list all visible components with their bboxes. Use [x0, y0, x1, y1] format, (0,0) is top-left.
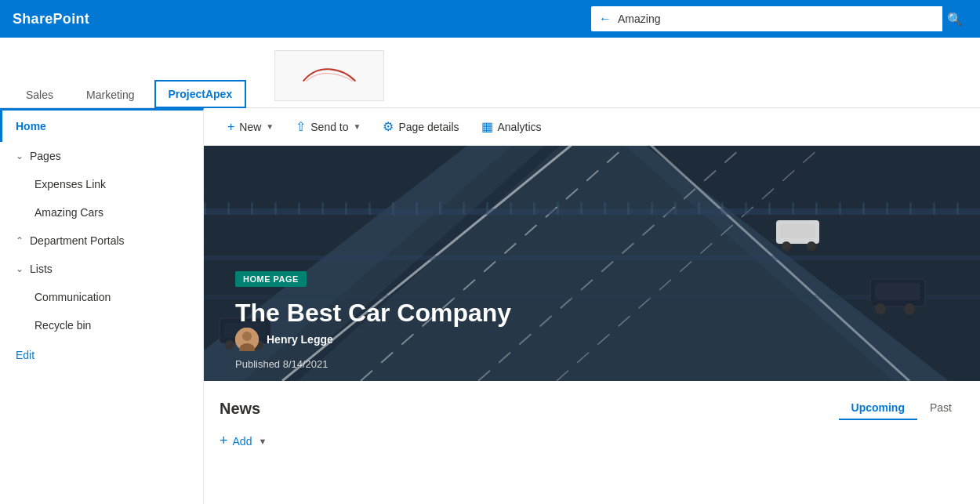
svg-rect-46	[651, 202, 653, 215]
svg-rect-30	[274, 202, 277, 215]
command-bar: + New ▼ ⇧ Send to ▼ ⚙ Page details ▦ Ana…	[204, 108, 980, 146]
sidebar-item-communication[interactable]: Communication	[0, 283, 203, 311]
svg-rect-44	[604, 202, 606, 215]
svg-rect-37	[439, 202, 441, 215]
top-bar: SharePoint ← 🔍	[0, 0, 980, 38]
svg-rect-34	[368, 202, 371, 215]
svg-rect-16	[780, 224, 815, 238]
svg-rect-55	[862, 202, 865, 215]
svg-rect-45	[627, 202, 630, 215]
sidebar: Home ⌄ Pages Expenses Link Amazing Cars …	[0, 108, 204, 504]
sendto-chevron-icon: ▼	[354, 122, 361, 131]
content-area: + New ▼ ⇧ Send to ▼ ⚙ Page details ▦ Ana…	[204, 108, 980, 504]
send-to-label: Send to	[310, 121, 348, 133]
svg-rect-20	[875, 283, 920, 300]
svg-rect-33	[345, 202, 347, 215]
svg-rect-49	[721, 202, 724, 215]
search-container: ← 🔍	[591, 6, 967, 31]
gear-icon: ⚙	[383, 119, 394, 134]
sidebar-item-amazing-cars[interactable]: Amazing Cars	[0, 198, 203, 227]
sidebar-item-home[interactable]: Home	[0, 111, 203, 142]
chart-icon: ▦	[481, 119, 493, 134]
sidebar-section-pages-label: Pages	[30, 150, 61, 162]
sidebar-section-department-portals[interactable]: ⌃ Department Portals	[0, 227, 203, 255]
back-icon[interactable]: ←	[599, 12, 612, 26]
plus-icon: +	[227, 120, 234, 134]
svg-rect-40	[510, 202, 512, 215]
svg-rect-47	[674, 202, 677, 215]
sidebar-section-lists-label: Lists	[30, 263, 53, 275]
svg-rect-35	[392, 202, 394, 215]
svg-point-61	[242, 332, 252, 341]
svg-rect-31	[298, 202, 300, 215]
sidebar-edit-link[interactable]: Edit	[0, 339, 203, 371]
search-button[interactable]: 🔍	[942, 6, 967, 31]
tab-sales[interactable]: Sales	[13, 82, 67, 108]
sidebar-item-recycle-bin[interactable]: Recycle bin	[0, 311, 203, 339]
svg-rect-32	[321, 202, 324, 215]
svg-point-17	[782, 241, 791, 251]
sharepoint-logo: SharePoint	[13, 11, 89, 27]
tab-marketing[interactable]: Marketing	[73, 82, 147, 108]
svg-point-21	[875, 303, 886, 314]
svg-point-25	[225, 340, 234, 350]
analytics-button[interactable]: ▦ Analytics	[474, 114, 550, 139]
news-add-label: Add	[233, 435, 252, 448]
add-chevron-icon: ▼	[258, 437, 267, 446]
sidebar-item-expenses-link[interactable]: Expenses Link	[0, 170, 203, 198]
chevron-right-icon: ⌃	[16, 235, 24, 246]
svg-rect-48	[698, 202, 700, 215]
hero-published-date: Published 8/14/2021	[235, 358, 328, 370]
news-section: News Upcoming Past + Add ▼	[204, 381, 980, 460]
author-name: Henry Legge	[267, 333, 333, 346]
news-header: News Upcoming Past	[220, 397, 964, 420]
svg-rect-57	[909, 202, 912, 215]
news-add-button[interactable]: + Add ▼	[220, 430, 964, 452]
page-details-button[interactable]: ⚙ Page details	[375, 114, 466, 139]
svg-rect-13	[204, 256, 980, 260]
svg-rect-52	[792, 202, 794, 215]
main-layout: Home ⌄ Pages Expenses Link Amazing Cars …	[0, 108, 980, 504]
news-section-title: News	[220, 400, 260, 418]
svg-point-18	[807, 241, 816, 251]
svg-rect-43	[580, 202, 583, 215]
news-tab-upcoming[interactable]: Upcoming	[839, 397, 917, 420]
author-avatar	[235, 328, 259, 351]
hero-badge: HOME PAGE	[235, 271, 307, 287]
page-details-label: Page details	[398, 121, 459, 133]
sidebar-section-pages[interactable]: ⌄ Pages	[0, 142, 203, 170]
new-chevron-icon: ▼	[266, 122, 274, 131]
new-label: New	[239, 121, 261, 133]
new-button[interactable]: + New ▼	[220, 115, 281, 139]
svg-rect-58	[933, 202, 935, 215]
svg-rect-28	[227, 202, 230, 215]
hero-title: The Best Car Company	[235, 299, 511, 328]
news-tab-past[interactable]: Past	[917, 397, 964, 420]
search-input[interactable]	[618, 13, 942, 25]
svg-rect-54	[839, 202, 841, 215]
svg-point-22	[904, 303, 915, 314]
car-logo-svg	[298, 60, 361, 92]
svg-rect-59	[956, 202, 959, 215]
svg-rect-41	[533, 202, 535, 215]
sidebar-section-lists[interactable]: ⌄ Lists	[0, 255, 203, 283]
sidebar-section-department-portals-label: Department Portals	[30, 234, 125, 247]
svg-rect-29	[251, 202, 253, 215]
send-to-button[interactable]: ⇧ Send to ▼	[288, 114, 368, 139]
svg-rect-51	[768, 202, 771, 215]
send-icon: ⇧	[296, 119, 306, 134]
svg-rect-36	[416, 202, 418, 215]
add-plus-icon: +	[220, 433, 228, 449]
analytics-label: Analytics	[498, 121, 542, 133]
svg-rect-39	[486, 202, 488, 215]
chevron-down-icon-lists: ⌄	[16, 263, 24, 274]
svg-rect-42	[557, 202, 559, 215]
svg-rect-38	[463, 202, 465, 215]
site-tabs-row: Sales Marketing ProjectApex	[0, 38, 980, 108]
tab-project-apex[interactable]: ProjectApex	[154, 80, 247, 108]
svg-rect-50	[745, 202, 747, 215]
svg-rect-56	[886, 202, 888, 215]
news-tabs: Upcoming Past	[839, 397, 964, 420]
chevron-down-icon: ⌄	[16, 150, 24, 161]
hero-author: Henry Legge	[235, 328, 333, 351]
